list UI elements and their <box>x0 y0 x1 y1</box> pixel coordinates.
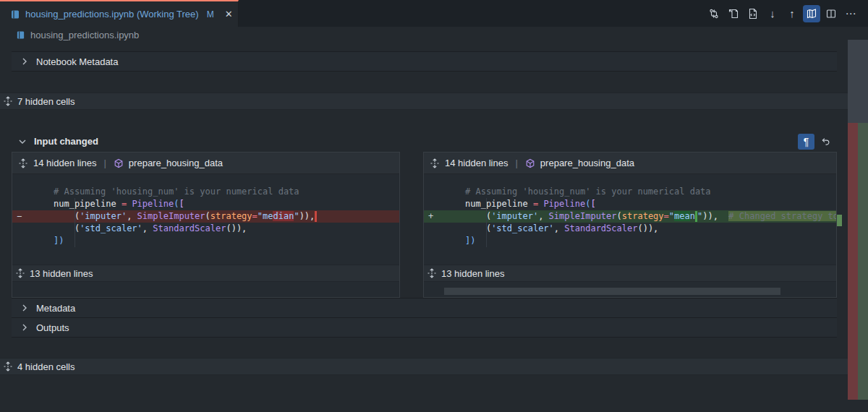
section-label: Outputs <box>36 322 69 333</box>
hidden-lines-label: 14 hidden lines <box>33 158 96 168</box>
hidden-lines-bottom-bar[interactable]: 13 hidden lines <box>424 265 836 282</box>
hidden-lines-label: 13 hidden lines <box>30 268 93 279</box>
hidden-cells-label: 4 hidden cells <box>17 361 75 372</box>
breadcrumb-file: housing_predictions.ipynb <box>30 30 139 40</box>
hidden-cells-label: 7 hidden cells <box>17 96 75 107</box>
section-outputs[interactable]: Outputs <box>12 317 837 338</box>
diff-gutter-sign <box>424 186 465 198</box>
indent-guide <box>486 198 487 247</box>
section-label: Metadata <box>36 303 75 314</box>
modified-badge: M <box>207 9 214 20</box>
open-changes-icon[interactable] <box>725 5 742 22</box>
hidden-lines-bottom-bar[interactable]: 13 hidden lines <box>12 265 399 282</box>
tab-title: housing_predictions.ipynb (Working Tree) <box>25 9 199 20</box>
symbol-name[interactable]: prepare_housing_data <box>129 158 223 168</box>
split-editor-icon[interactable] <box>822 5 840 22</box>
diff-code-original[interactable]: # Assuming 'housing_num' is your numeric… <box>12 174 399 247</box>
next-change-icon[interactable]: ↓ <box>764 5 781 22</box>
code-line: − ('imputer', SimpleImputer(strategy="me… <box>12 210 399 223</box>
more-actions-icon[interactable]: ⋯ <box>842 5 859 22</box>
tab-working-tree[interactable]: housing_predictions.ipynb (Working Tree)… <box>0 0 239 27</box>
notebook-diff-editor: Notebook Metadata 7 hidden cells Input c… <box>0 43 848 412</box>
chevron-down-icon <box>17 137 27 147</box>
unfold-icon <box>3 96 13 106</box>
diff-pane-original: 14 hidden lines | prepare_housing_data #… <box>12 152 400 298</box>
diff-gutter-sign <box>424 198 465 210</box>
diff-gutter-sign <box>424 235 465 247</box>
overview-ruler-deleted[interactable] <box>848 123 858 400</box>
diff-gutter-sign <box>12 223 54 235</box>
diff-gutter-sign: − <box>12 210 54 223</box>
section-notebook-metadata[interactable]: Notebook Metadata <box>12 51 837 72</box>
open-file-icon[interactable] <box>744 5 762 22</box>
previous-change-icon[interactable]: ↑ <box>783 5 801 22</box>
diff-gutter-sign <box>12 186 54 198</box>
indent-guide <box>75 198 75 247</box>
diff-gutter-sign <box>12 235 54 247</box>
cell-actions: ¶ <box>798 134 837 150</box>
added-line-marker <box>837 215 842 226</box>
hidden-lines-label: 13 hidden lines <box>441 268 504 279</box>
diff-gutter-sign: + <box>424 210 465 223</box>
symbol-name[interactable]: prepare_housing_data <box>540 158 634 168</box>
section-label: Notebook Metadata <box>36 56 118 67</box>
chevron-right-icon <box>20 322 30 332</box>
compare-changes-icon[interactable] <box>705 5 723 22</box>
diff-container: 14 hidden lines | prepare_housing_data #… <box>12 152 837 298</box>
editor-toolbar: ↓ ↑ ⋯ <box>705 0 868 27</box>
diff-gutter-sign <box>12 198 54 210</box>
horizontal-scrollbar[interactable] <box>444 288 780 295</box>
revert-cell-icon[interactable] <box>817 134 834 150</box>
chevron-right-icon <box>20 303 30 313</box>
breadcrumb[interactable]: housing_predictions.ipynb <box>0 27 868 43</box>
hidden-cells-bottom-bar[interactable]: 4 hidden cells <box>0 358 848 375</box>
hidden-cells-top-bar[interactable]: 7 hidden cells <box>0 93 848 110</box>
hidden-lines-label: 14 hidden lines <box>445 158 508 168</box>
unfold-icon[interactable] <box>18 158 28 168</box>
code-line: ('std_scaler', StandardScaler()), <box>12 223 399 235</box>
code-line: num_pipeline = Pipeline([ <box>12 198 399 210</box>
separator: | <box>513 158 519 168</box>
pane-header[interactable]: 14 hidden lines | prepare_housing_data <box>12 153 399 174</box>
notebook-file-icon <box>16 30 25 40</box>
separator: | <box>101 158 108 168</box>
symbol-method-icon <box>525 158 535 168</box>
cell-header-input-changed[interactable]: Input changed ¶ <box>12 132 837 150</box>
unfold-icon <box>427 268 437 278</box>
tab-bar: housing_predictions.ipynb (Working Tree)… <box>0 0 868 27</box>
code-line: # Assuming 'housing_num' is your numeric… <box>424 186 836 198</box>
section-metadata[interactable]: Metadata <box>12 298 837 318</box>
pane-header[interactable]: 14 hidden lines | prepare_housing_data <box>424 153 836 174</box>
diff-gutter-sign <box>424 223 465 235</box>
map-icon[interactable] <box>803 5 820 22</box>
unfold-icon <box>15 268 25 278</box>
whitespace-toggle-button[interactable]: ¶ <box>798 134 814 150</box>
diff-pane-modified: 14 hidden lines | prepare_housing_data #… <box>423 152 837 298</box>
close-icon[interactable]: ✕ <box>225 9 233 20</box>
code-line: ]) <box>12 235 399 247</box>
symbol-method-icon <box>114 158 124 168</box>
unfold-icon <box>3 361 13 372</box>
chevron-right-icon <box>20 56 30 66</box>
unfold-icon[interactable] <box>430 158 440 168</box>
code-line: # Assuming 'housing_num' is your numeric… <box>12 186 399 198</box>
overview-ruler-added[interactable] <box>858 123 868 400</box>
cell-title: Input changed <box>34 136 98 147</box>
notebook-file-icon <box>10 9 20 20</box>
scrollbar-thumb[interactable] <box>848 40 868 123</box>
